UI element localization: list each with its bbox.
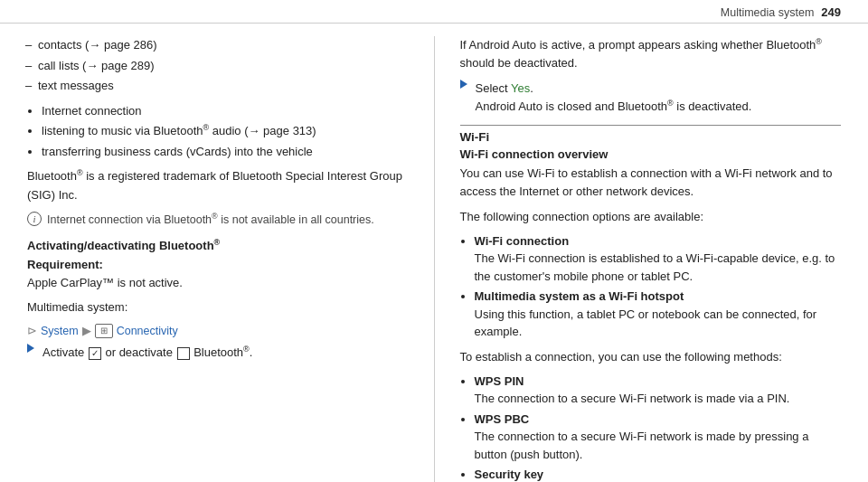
select-yes-row: Select Yes. Android Auto is closed and B… <box>460 80 842 117</box>
list-item: transferring business cards (vCards) int… <box>42 143 409 161</box>
wps-pbc-text: The connection to a secure Wi-Fi network… <box>475 430 809 461</box>
security-key-item: Security key The connection to a secure … <box>475 466 842 482</box>
page-container: Multimedia system 249 contacts (→ page 2… <box>0 0 868 482</box>
select-bullet-icon <box>460 80 467 89</box>
list-item: Internet connection <box>42 102 409 120</box>
select-yes-text: Select Yes. Android Auto is closed and B… <box>476 80 842 117</box>
wifi-overview-heading: Wi-Fi connection overview <box>460 147 842 161</box>
action-bullet-icon <box>27 344 34 353</box>
note-box: i Internet connection via Bluetooth® is … <box>27 211 409 229</box>
list-item: text messages <box>38 77 409 95</box>
android-auto-text: If Android Auto is active, a prompt appe… <box>460 36 842 73</box>
requirement-label: Requirement: Apple CarPlay™ is not activ… <box>27 256 409 292</box>
info-icon: i <box>27 212 42 226</box>
wifi-section-divider <box>460 125 842 126</box>
header-title: Multimedia system <box>721 6 815 19</box>
connection-item1: Wi-Fi connection The Wi-Fi connection is… <box>475 232 842 286</box>
connection-options-list: Wi-Fi connection The Wi-Fi connection is… <box>460 232 842 341</box>
connection-item2-text: Using this function, a tablet PC or note… <box>475 307 817 339</box>
bullet-list: Internet connection listening to music v… <box>27 102 409 161</box>
methods-list: WPS PIN The connection to a secure Wi-Fi… <box>460 373 842 482</box>
activate-action-row: Activate ✓ or deactivate Bluetooth®. <box>27 344 409 362</box>
sys-sep-left: ▶ <box>82 324 91 337</box>
wps-pin-text: The connection to a secure Wi-Fi network… <box>475 392 790 405</box>
list-item: listening to music via Bluetooth® audio … <box>42 122 409 140</box>
connection-item2: Multimedia system as a Wi-Fi hotspot Usi… <box>475 288 842 341</box>
connection-item1-title: Wi-Fi connection <box>475 234 570 248</box>
bluetooth-trademark-note: Bluetooth® is a registered trademark of … <box>27 167 409 204</box>
sys-connectivity-left[interactable]: Connectivity <box>117 325 178 337</box>
sys-path-left: ⊳ System ▶ ⊞ Connectivity <box>27 324 409 338</box>
col-divider <box>434 36 435 482</box>
wps-pbc-item: WPS PBC The connection to a secure Wi-Fi… <box>475 411 842 464</box>
wifi-section-title: Wi-Fi <box>460 130 842 144</box>
checked-checkbox-icon: ✓ <box>89 347 101 360</box>
list-item: call lists (→ page 289) <box>38 57 409 75</box>
sys-system-left[interactable]: System <box>41 325 79 337</box>
connection-item1-text: The Wi-Fi connection is established to a… <box>475 251 835 283</box>
multimedia-label-left: Multimedia system: <box>27 298 409 317</box>
list-item: contacts (→ page 286) <box>38 36 409 54</box>
col-left: contacts (→ page 286) call lists (→ page… <box>27 36 409 482</box>
header-bar: Multimedia system 249 <box>0 0 868 24</box>
sys-icon-left: ⊞ <box>95 324 113 338</box>
connection-options-text: The following connection options are ava… <box>460 208 842 226</box>
wps-pin-item: WPS PIN The connection to a secure Wi-Fi… <box>475 373 842 408</box>
dash-list: contacts (→ page 286) call lists (→ page… <box>27 36 409 95</box>
wifi-overview-text: You can use Wi-Fi to establish a connect… <box>460 165 842 201</box>
note-text: Internet connection via Bluetooth® is no… <box>47 211 374 229</box>
action-row-text: Activate ✓ or deactivate Bluetooth®. <box>42 344 409 362</box>
security-key-label: Security key <box>475 468 544 481</box>
content-area: contacts (→ page 286) call lists (→ page… <box>0 24 868 482</box>
wps-pin-label: WPS PIN <box>475 374 524 388</box>
connection-item2-title: Multimedia system as a Wi-Fi hotspot <box>475 289 684 303</box>
activate-bluetooth-heading: Activating/deactivating Bluetooth® <box>27 238 409 252</box>
unchecked-checkbox-icon <box>177 347 190 360</box>
wps-pbc-label: WPS PBC <box>475 412 530 426</box>
header-page-num: 249 <box>821 5 841 19</box>
col-right: If Android Auto is active, a prompt appe… <box>460 36 842 482</box>
sys-arrow-left: ⊳ <box>27 324 37 337</box>
yes-link[interactable]: Yes <box>511 81 530 95</box>
requirement-text: Apple CarPlay™ is not active. <box>27 276 183 289</box>
establish-text: To establish a connection, you can use t… <box>460 348 842 366</box>
